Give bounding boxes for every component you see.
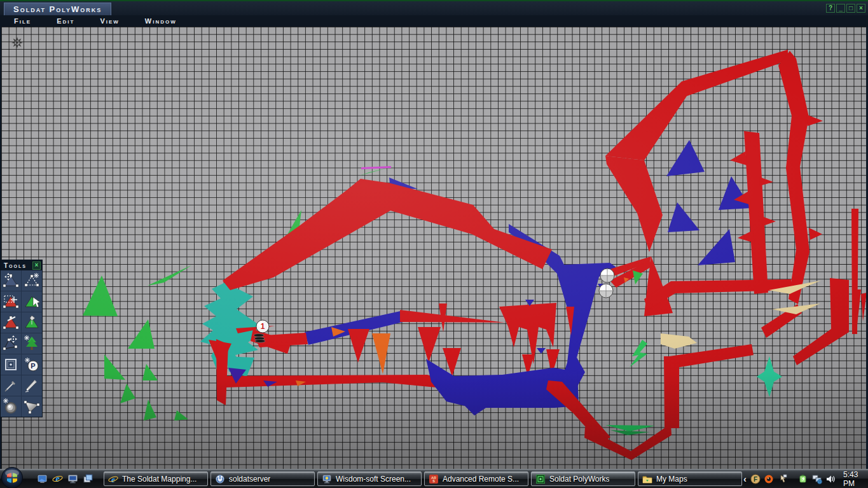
polygon-select-tool[interactable] bbox=[1, 291, 21, 312]
tray-icons: F bbox=[750, 474, 836, 484]
task-label: The Soldat Mapping... bbox=[122, 475, 196, 484]
map-polygon[interactable] bbox=[744, 131, 768, 294]
show-desktop-icon[interactable] bbox=[37, 473, 48, 484]
map-polygon[interactable] bbox=[738, 230, 755, 243]
selection-move-tool[interactable] bbox=[22, 291, 42, 312]
task-label: Wisdom-soft Screen... bbox=[336, 475, 411, 484]
map-polygon[interactable] bbox=[418, 327, 441, 363]
remote-desktop-icon[interactable] bbox=[67, 473, 78, 484]
pencil-tool-icon bbox=[24, 377, 40, 394]
map-polygon[interactable] bbox=[762, 216, 776, 226]
spawn-marker[interactable] bbox=[599, 284, 613, 298]
quick-launch: e bbox=[37, 473, 93, 484]
map-polygon[interactable] bbox=[120, 384, 135, 403]
battery-icon[interactable] bbox=[799, 474, 809, 484]
pointer-icon[interactable] bbox=[777, 474, 787, 484]
map-polygon[interactable] bbox=[861, 293, 866, 321]
internet-explorer-icon[interactable]: e bbox=[52, 473, 63, 484]
task-label: soldatserver bbox=[229, 475, 270, 484]
vertex-select-tool[interactable] bbox=[22, 270, 42, 291]
color-picker-tool[interactable] bbox=[1, 375, 21, 396]
task-button-polyworks[interactable]: Soldat PolyWorks bbox=[531, 471, 635, 486]
map-polygon[interactable] bbox=[757, 356, 782, 397]
map-polygon[interactable] bbox=[806, 115, 823, 126]
task-button-monitor-bulb[interactable]: Wisdom-soft Screen... bbox=[317, 471, 422, 486]
task-button-power[interactable]: soldatserver bbox=[210, 471, 315, 486]
texture-tool-icon bbox=[24, 314, 40, 331]
polygon-create-tool[interactable] bbox=[1, 312, 21, 333]
map-polygon[interactable] bbox=[665, 344, 754, 369]
svg-text:1: 1 bbox=[261, 322, 265, 331]
task-button-ie[interactable]: eThe Soldat Mapping... bbox=[104, 471, 208, 486]
spawn-marker[interactable] bbox=[600, 268, 614, 282]
volume-icon[interactable] bbox=[825, 474, 836, 484]
map-polygon[interactable] bbox=[400, 310, 505, 323]
menu-item-edit[interactable]: Edit bbox=[57, 17, 74, 25]
polyworks-icon bbox=[535, 474, 546, 484]
menu-item-window[interactable]: Window bbox=[145, 17, 177, 25]
map-polygon[interactable] bbox=[128, 319, 155, 349]
map-polygon[interactable] bbox=[778, 51, 809, 304]
network-icon[interactable] bbox=[812, 474, 822, 484]
map-polygon[interactable] bbox=[148, 265, 191, 286]
svg-text:e: e bbox=[111, 474, 115, 484]
waypoint-tool[interactable]: P bbox=[22, 354, 42, 375]
map-polygon[interactable] bbox=[759, 177, 773, 186]
close-icon[interactable]: × bbox=[32, 261, 41, 270]
map-polygon[interactable] bbox=[372, 333, 390, 374]
map-polygon[interactable] bbox=[605, 50, 788, 160]
power-icon bbox=[215, 474, 225, 484]
map-polygon[interactable] bbox=[216, 339, 228, 405]
map-polygon[interactable] bbox=[348, 329, 369, 363]
minimize-button[interactable]: _ bbox=[836, 4, 845, 13]
map-canvas[interactable]: 1 bbox=[0, 27, 868, 470]
map-polygon[interactable] bbox=[174, 410, 188, 421]
spawn-point-tool-icon bbox=[3, 356, 19, 373]
map-polygon[interactable] bbox=[361, 166, 391, 169]
map-polygon[interactable] bbox=[698, 229, 735, 265]
menu-item-file[interactable]: File bbox=[14, 17, 31, 25]
map-polygon[interactable] bbox=[546, 380, 610, 444]
depth-map-tool[interactable] bbox=[22, 396, 42, 417]
texture-tool[interactable] bbox=[22, 312, 42, 333]
spawn-point-tool[interactable] bbox=[1, 354, 21, 375]
task-button-folder[interactable]: My Maps bbox=[638, 471, 742, 486]
move-polygon-tool[interactable] bbox=[1, 270, 21, 291]
tray-chevron-icon[interactable]: ‹ bbox=[743, 474, 747, 484]
map-polygon[interactable] bbox=[537, 348, 546, 354]
map-polygon[interactable] bbox=[730, 151, 747, 165]
map-polygon[interactable] bbox=[223, 179, 552, 290]
light-tool[interactable] bbox=[1, 396, 21, 417]
map-polygon[interactable] bbox=[104, 354, 125, 380]
switch-windows-icon[interactable] bbox=[83, 473, 93, 484]
map-polygon[interactable] bbox=[661, 333, 697, 349]
restore-button[interactable]: □ bbox=[846, 4, 855, 13]
light-tool-icon bbox=[3, 398, 19, 415]
vertex-move-tool[interactable] bbox=[1, 333, 21, 354]
tools-palette-titlebar[interactable]: Tools × bbox=[1, 260, 42, 270]
clock[interactable]: 5:43 PM bbox=[843, 470, 862, 488]
map-polygon[interactable] bbox=[809, 228, 822, 240]
map-polygon[interactable] bbox=[793, 278, 849, 365]
task-label: Advanced Remote S... bbox=[443, 475, 519, 484]
task-button-ars[interactable]: ARSAdvanced Remote S... bbox=[424, 471, 528, 486]
map-polygon[interactable] bbox=[225, 375, 458, 389]
map-polygon[interactable] bbox=[668, 202, 699, 232]
orange-app-icon[interactable] bbox=[764, 474, 774, 484]
monitor-bulb-icon bbox=[322, 474, 332, 484]
svg-text:S: S bbox=[432, 479, 435, 483]
start-button[interactable] bbox=[1, 466, 24, 488]
scenery-tool[interactable] bbox=[22, 333, 42, 354]
origin-marker[interactable] bbox=[11, 37, 23, 48]
map-polygon[interactable] bbox=[666, 140, 705, 176]
map-polygon[interactable] bbox=[83, 275, 118, 316]
map-polygon[interactable] bbox=[630, 340, 647, 367]
close-button[interactable]: × bbox=[857, 4, 865, 13]
flashget-icon[interactable]: F bbox=[750, 474, 761, 484]
menu-item-view[interactable]: View bbox=[100, 17, 119, 25]
map-polygon[interactable] bbox=[144, 400, 156, 421]
map-polygon[interactable] bbox=[142, 364, 158, 380]
help-button[interactable]: ? bbox=[826, 4, 835, 13]
map-polygon[interactable] bbox=[605, 156, 663, 252]
pencil-tool[interactable] bbox=[22, 375, 42, 396]
